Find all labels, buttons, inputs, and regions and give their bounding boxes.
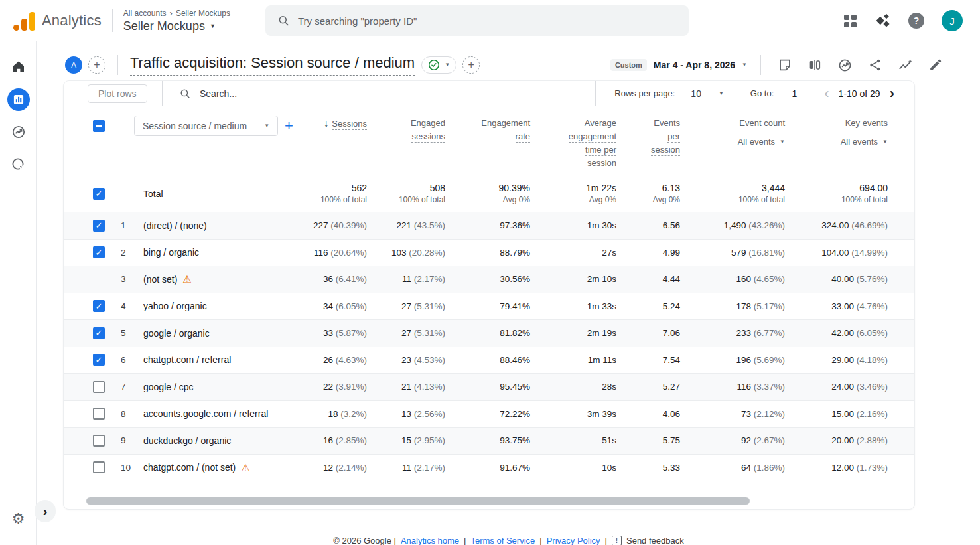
column-header[interactable]: ↓Key events All events ▼ xyxy=(785,106,888,149)
table-row[interactable]: 1 (direct) / (none) ⚠ 227 (40.39%) 221 (… xyxy=(64,212,914,239)
sidebar-item-explore[interactable] xyxy=(7,121,30,143)
caret-down-icon: ▼ xyxy=(780,139,785,145)
report-actions xyxy=(750,55,943,75)
gemini-sparkle-icon[interactable] xyxy=(874,12,891,29)
row-checkbox[interactable] xyxy=(93,220,105,232)
total-checkbox[interactable] xyxy=(93,188,105,200)
table-search[interactable] xyxy=(163,81,595,106)
column-header[interactable]: ↓Sessions ▼ xyxy=(301,106,367,131)
property-selector[interactable]: Seller Mockups ▼ xyxy=(123,19,230,33)
global-search-input[interactable] xyxy=(298,15,677,27)
comparison-icon[interactable] xyxy=(807,58,822,72)
next-page-button[interactable]: › xyxy=(886,86,898,101)
total-metric-cell: 3,444 100% of total xyxy=(680,183,785,204)
row-checkbox[interactable] xyxy=(93,461,105,473)
metric-cell: 33 (5.87%) xyxy=(301,328,367,338)
breadcrumb-root[interactable]: All accounts xyxy=(123,9,167,18)
previous-page-button[interactable]: ‹ xyxy=(820,86,833,101)
edit-pencil-icon[interactable] xyxy=(928,58,943,72)
add-report-tab-button[interactable]: + xyxy=(462,56,480,74)
table-row[interactable]: 3 (not set) ⚠ 36 (6.41%) 11 (2.17%) 30.5… xyxy=(64,266,914,293)
metric-cell: 12 (2.14%) xyxy=(301,463,367,473)
table-body: 1 (direct) / (none) ⚠ 227 (40.39%) 221 (… xyxy=(64,212,914,481)
column-header[interactable]: ↓Engagement rate ▼ xyxy=(445,106,530,143)
goto-page-input[interactable] xyxy=(783,88,805,99)
metric-cell: 1m 30s xyxy=(530,220,616,230)
column-header[interactable]: ↓Event count All events ▼ xyxy=(680,106,785,149)
plot-rows-button[interactable]: Plot rows xyxy=(88,84,147,103)
table-row[interactable]: 7 google / cpc ⚠ 22 (3.91%) 21 (4.13%) 9… xyxy=(64,373,914,400)
global-search[interactable] xyxy=(265,5,689,36)
table-row[interactable]: 2 bing / organic ⚠ 116 (20.64%) 103 (20.… xyxy=(64,239,914,266)
column-header[interactable]: ↓Engaged sessions ▼ xyxy=(367,106,445,143)
metric-cell: 92 (2.67%) xyxy=(680,435,785,445)
row-checkbox[interactable] xyxy=(93,300,105,312)
table-row[interactable]: 9 duckduckgo / organic ⚠ 16 (2.85%) 15 (… xyxy=(64,427,914,454)
terms-link[interactable]: Terms of Service xyxy=(470,536,535,545)
row-checkbox[interactable] xyxy=(93,327,105,339)
table-row[interactable]: 4 yahoo / organic ⚠ 34 (6.05%) 27 (5.31%… xyxy=(64,293,914,320)
row-checkbox[interactable] xyxy=(93,381,105,393)
rows-per-page-select[interactable]: 10 ▼ xyxy=(691,88,724,99)
table-search-input[interactable] xyxy=(200,88,399,99)
column-header[interactable]: ↓Events per session ▼ xyxy=(616,106,680,157)
select-all-checkbox[interactable] xyxy=(93,120,105,132)
user-avatar[interactable]: J xyxy=(942,10,963,31)
metric-cell: 5.24 xyxy=(616,301,680,311)
metric-cell: 28s xyxy=(530,382,616,392)
add-comparison-button[interactable]: + xyxy=(88,56,105,74)
row-checkbox[interactable] xyxy=(93,408,105,420)
table-row[interactable]: 5 google / organic ⚠ 33 (5.87%) 27 (5.31… xyxy=(64,319,914,347)
report-status-pill[interactable]: ▼ xyxy=(421,56,456,74)
metric-cell: 2m 10s xyxy=(530,274,616,284)
sidebar-item-advertising[interactable] xyxy=(7,153,30,176)
row-checkbox[interactable] xyxy=(93,354,105,366)
share-icon[interactable] xyxy=(868,58,882,72)
property-block: All accounts › Seller Mockups Seller Moc… xyxy=(123,8,230,33)
row-checkbox[interactable] xyxy=(93,435,105,447)
metric-cell: 20.00 (2.88%) xyxy=(785,435,888,445)
dimension-header: Session source / medium ▼ + xyxy=(64,106,301,136)
metric-filter-dropdown[interactable]: All events ▼ xyxy=(841,135,888,149)
insights-sparkline-icon[interactable] xyxy=(898,58,913,73)
horizontal-scrollbar[interactable] xyxy=(86,497,914,505)
row-number: 1 xyxy=(105,220,129,230)
expand-sidebar-button[interactable]: › xyxy=(35,500,56,522)
report-title[interactable]: Traffic acquisition: Session source / me… xyxy=(130,54,415,76)
breadcrumb-current[interactable]: Seller Mockups xyxy=(176,9,230,18)
report-avatar[interactable]: A xyxy=(65,56,82,74)
metric-cell: 1m 11s xyxy=(530,355,616,365)
column-header[interactable]: ↓Average engagement time per session ▼ xyxy=(530,106,616,170)
help-icon[interactable]: ? xyxy=(908,13,924,29)
scrollbar-thumb[interactable] xyxy=(86,497,750,505)
notes-icon[interactable] xyxy=(778,58,792,72)
privacy-link[interactable]: Privacy Policy xyxy=(547,536,600,545)
insights-circle-icon[interactable] xyxy=(837,58,853,73)
table-row[interactable]: 8 accounts.google.com / referral ⚠ 18 (3… xyxy=(64,400,914,428)
table-row[interactable]: 10 chatgpt.com / (not set) ⚠ 12 (2.14%) … xyxy=(64,454,914,481)
row-dimension-label: chatgpt.com / (not set) xyxy=(143,462,236,473)
metric-cell: 5.27 xyxy=(616,382,680,392)
metric-filter-dropdown[interactable]: All events ▼ xyxy=(738,135,785,149)
total-label: Total xyxy=(129,189,301,199)
sidebar-item-home[interactable] xyxy=(7,56,30,78)
table-row[interactable]: 6 chatgpt.com / referral ⚠ 26 (4.63%) 23… xyxy=(64,347,914,374)
analytics-logo-text[interactable]: Analytics xyxy=(42,12,102,29)
total-metric-cell: 694.00 100% of total xyxy=(785,183,888,204)
row-checkbox[interactable] xyxy=(93,246,105,258)
settings-button[interactable]: ⚙ xyxy=(7,508,30,530)
date-range-picker[interactable]: Custom Mar 4 - Apr 8, 2026 ▼ xyxy=(610,59,747,71)
sidebar-item-reports[interactable] xyxy=(7,88,30,111)
analytics-home-link[interactable]: Analytics home xyxy=(401,536,459,545)
metric-cell: 40.00 (5.76%) xyxy=(785,274,888,284)
dimension-selector[interactable]: Session source / medium ▼ xyxy=(134,116,278,136)
send-feedback-link[interactable]: Send feedback xyxy=(626,536,684,545)
rows-per-page-label: Rows per page: xyxy=(614,88,675,98)
apps-grid-icon[interactable] xyxy=(844,15,857,27)
metric-cell: 3m 39s xyxy=(530,409,616,419)
metric-cell: 34 (6.05%) xyxy=(301,301,367,311)
add-dimension-button[interactable]: + xyxy=(285,119,293,133)
breadcrumb[interactable]: All accounts › Seller Mockups xyxy=(123,8,230,18)
row-dimension: accounts.google.com / referral ⚠ xyxy=(129,408,301,419)
analytics-logo-icon[interactable] xyxy=(13,11,35,31)
